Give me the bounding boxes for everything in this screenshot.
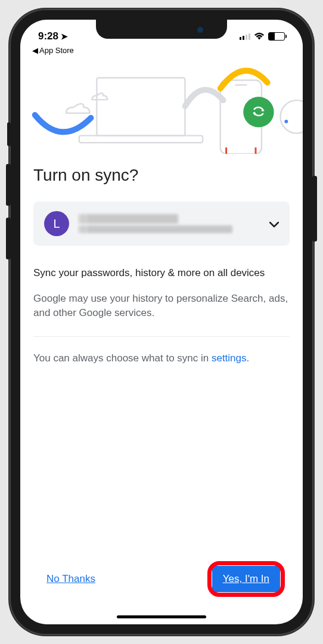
breadcrumb-label: App Store: [39, 46, 74, 55]
phone-frame: 9:28 ➤ ◀ App Store: [10, 9, 313, 635]
screen: 9:28 ➤ ◀ App Store: [20, 20, 303, 624]
privacy-description: Google may use your history to personali…: [33, 292, 290, 321]
account-email-redacted: [79, 225, 232, 233]
divider: [33, 336, 290, 337]
sync-description: Sync your passwords, history & more on a…: [33, 266, 290, 281]
mute-switch: [7, 122, 11, 146]
svg-point-8: [284, 120, 288, 123]
yes-im-in-button[interactable]: Yes, I'm In: [212, 566, 280, 592]
wifi-icon: [254, 32, 265, 41]
svg-point-6: [243, 97, 274, 127]
avatar-initial: L: [53, 217, 60, 231]
svg-rect-0: [97, 78, 185, 136]
volume-down-button: [6, 218, 11, 259]
volume-up-button: [6, 164, 11, 206]
account-selector[interactable]: L: [33, 202, 290, 246]
settings-suffix: .: [247, 352, 250, 364]
page-title: Turn on sync?: [33, 166, 290, 185]
no-thanks-button[interactable]: No Thanks: [46, 573, 95, 585]
settings-prefix: You can always choose what to sync in: [33, 352, 212, 364]
battery-icon: [268, 32, 285, 41]
account-details: [79, 212, 260, 235]
location-icon: ➤: [61, 32, 68, 41]
account-name-redacted: [79, 214, 178, 224]
back-chevron-icon: ◀: [32, 46, 38, 55]
notch: [96, 20, 227, 39]
footer-actions: No Thanks Yes, I'm In: [33, 552, 290, 612]
chevron-down-icon: [269, 217, 279, 231]
svg-rect-1: [79, 135, 203, 143]
back-to-app-breadcrumb[interactable]: ◀ App Store: [20, 46, 303, 58]
cellular-signal-icon: [240, 33, 250, 40]
sync-illustration: [20, 58, 303, 154]
home-indicator[interactable]: [117, 615, 206, 618]
avatar: L: [44, 211, 69, 236]
settings-note: You can always choose what to sync in se…: [33, 352, 290, 364]
status-time: 9:28: [38, 30, 58, 42]
power-button: [312, 176, 317, 242]
settings-link[interactable]: settings: [212, 352, 247, 364]
svg-point-7: [280, 100, 303, 133]
